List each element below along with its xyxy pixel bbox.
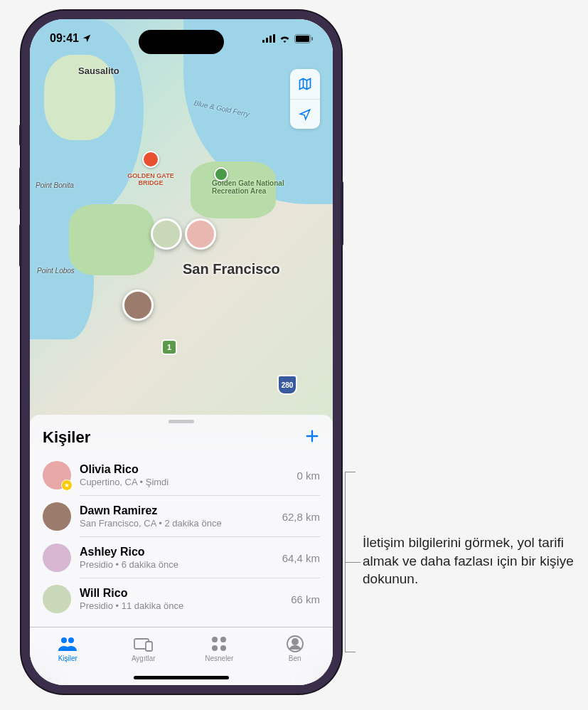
volume-down-button xyxy=(19,224,22,267)
svg-rect-3 xyxy=(273,34,275,43)
svg-rect-0 xyxy=(262,40,264,43)
people-icon xyxy=(57,635,78,652)
location-services-icon xyxy=(82,33,92,43)
person-icon xyxy=(287,635,304,652)
svg-point-16 xyxy=(292,639,298,645)
map-label-golden-gate-bridge: GOLDEN GATE BRIDGE xyxy=(122,172,179,186)
person-row[interactable]: Will Rico Presidio • 11 dakika önce 66 k… xyxy=(30,578,333,620)
sheet-grabber[interactable] xyxy=(169,420,194,423)
callout-tick xyxy=(345,562,360,563)
svg-rect-10 xyxy=(146,642,152,651)
svg-point-7 xyxy=(61,637,67,643)
map-label-ggnra: Golden Gate National Recreation Area xyxy=(212,179,290,195)
items-icon xyxy=(210,635,228,652)
avatar xyxy=(43,502,71,531)
map-controls xyxy=(290,69,320,129)
person-distance: 62,8 km xyxy=(282,511,320,523)
status-time: 09:41 xyxy=(50,32,79,45)
tab-label: Nesneler xyxy=(205,655,233,662)
avatar: ★ xyxy=(43,461,71,489)
person-subtitle: San Francisco, CA • 2 dakika önce xyxy=(80,518,274,529)
tab-label: Aygıtlar xyxy=(132,655,156,662)
tab-me[interactable]: Ben xyxy=(257,627,333,665)
svg-rect-1 xyxy=(266,38,268,43)
poi-golden-gate-bridge[interactable] xyxy=(142,151,159,168)
svg-point-13 xyxy=(212,645,218,651)
people-list: ★ Olivia Rico Cupertino, CA • Şimdi 0 km… xyxy=(30,455,333,620)
battery-icon xyxy=(294,34,313,43)
svg-rect-6 xyxy=(311,37,313,41)
cellular-signal-icon xyxy=(262,34,275,43)
tab-label: Ben xyxy=(289,655,301,662)
person-name: Olivia Rico xyxy=(80,463,288,476)
map-pin-will[interactable] xyxy=(151,218,182,250)
map-pin-dawn[interactable] xyxy=(122,290,154,321)
svg-point-12 xyxy=(220,637,226,642)
devices-icon xyxy=(133,636,154,652)
sheet-title: Kişiler xyxy=(43,428,90,447)
avatar xyxy=(43,544,71,572)
highway-shield-280: 280 xyxy=(277,375,297,395)
phone-frame: 09:41 Sausalito Point Bonita Point Lobos… xyxy=(21,11,341,694)
favorite-badge: ★ xyxy=(61,479,73,491)
person-name: Ashley Rico xyxy=(80,546,274,558)
map-label-sausalito: Sausalito xyxy=(78,65,119,76)
person-distance: 0 km xyxy=(296,470,320,482)
person-row[interactable]: Ashley Rico Presidio • 6 dakika önce 64,… xyxy=(30,537,333,578)
person-row[interactable]: Dawn Ramirez San Francisco, CA • 2 dakik… xyxy=(30,496,333,537)
add-person-button[interactable] xyxy=(304,428,320,447)
tab-items[interactable]: Nesneler xyxy=(181,627,257,665)
svg-rect-5 xyxy=(296,36,309,42)
map-label-point-bonita: Point Bonita xyxy=(36,181,74,189)
wifi-icon xyxy=(279,34,291,43)
svg-point-14 xyxy=(220,645,226,651)
home-indicator[interactable] xyxy=(134,676,229,679)
map-mode-button[interactable] xyxy=(290,69,320,99)
map[interactable]: Sausalito Point Bonita Point Lobos GOLDE… xyxy=(30,19,333,446)
screen: 09:41 Sausalito Point Bonita Point Lobos… xyxy=(30,19,333,685)
map-label-point-lobos: Point Lobos xyxy=(37,267,75,275)
person-subtitle: Cupertino, CA • Şimdi xyxy=(80,477,288,487)
person-name: Will Rico xyxy=(80,587,282,600)
volume-up-button xyxy=(19,167,22,210)
tab-devices[interactable]: Aygıtlar xyxy=(106,627,182,665)
tab-label: Kişiler xyxy=(58,655,77,662)
tab-people[interactable]: Kişiler xyxy=(30,627,106,665)
svg-rect-2 xyxy=(269,36,272,43)
dynamic-island xyxy=(139,30,224,54)
silence-switch xyxy=(19,124,22,146)
locate-me-button[interactable] xyxy=(290,99,320,129)
map-pin-ashley[interactable] xyxy=(185,218,216,250)
person-subtitle: Presidio • 6 dakika önce xyxy=(80,559,274,570)
poi-ggnra[interactable] xyxy=(214,167,228,181)
plus-icon xyxy=(304,428,320,444)
person-distance: 66 km xyxy=(291,593,320,605)
svg-point-11 xyxy=(212,637,218,642)
map-label-city: San Francisco xyxy=(183,261,280,277)
callout-text: İletişim bilgilerini görmek, yol tarifi … xyxy=(363,534,576,588)
map-icon xyxy=(298,77,312,91)
person-subtitle: Presidio • 11 dakika önce xyxy=(80,600,282,611)
person-row[interactable]: ★ Olivia Rico Cupertino, CA • Şimdi 0 km xyxy=(30,455,333,496)
svg-point-8 xyxy=(68,637,74,643)
avatar xyxy=(43,585,71,613)
person-distance: 64,4 km xyxy=(282,552,320,564)
highway-shield-1: 1 xyxy=(161,339,177,355)
location-arrow-icon xyxy=(299,108,311,121)
power-button xyxy=(341,181,343,245)
person-name: Dawn Ramirez xyxy=(80,504,274,517)
sheet-header: Kişiler xyxy=(30,426,333,455)
